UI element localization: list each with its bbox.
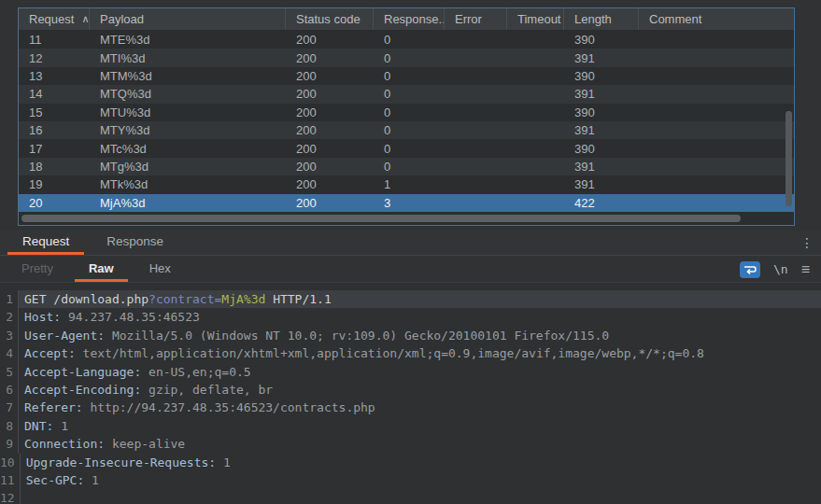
code-segment: Sec-GPC: bbox=[26, 473, 85, 487]
column-header-response[interactable]: Response... bbox=[374, 8, 445, 30]
editor-line-7[interactable]: 7Referer: http://94.237.48.35:46523/cont… bbox=[0, 399, 821, 416]
editor-toolbar-icons: \n ≡ bbox=[740, 257, 821, 282]
editor-line-1[interactable]: 1GET /download.php?contract=MjA%3d HTTP/… bbox=[0, 290, 821, 308]
code-segment: Accept-Language: bbox=[24, 365, 141, 379]
cell-status: 200 bbox=[286, 69, 374, 83]
wrap-glyph bbox=[743, 264, 757, 275]
editor-line-9[interactable]: 9Connection: keep-alive bbox=[0, 435, 821, 453]
editor-line-5[interactable]: 5Accept-Language: en-US,en;q=0.5 bbox=[0, 363, 821, 381]
cell-payload: MTI%3d bbox=[90, 51, 286, 65]
result-row-14[interactable]: 14MTQ%3d2000391 bbox=[19, 85, 794, 103]
cell-response: 0 bbox=[374, 160, 445, 174]
result-row-20[interactable]: 20MjA%3d2003422 bbox=[19, 194, 794, 212]
column-header-status[interactable]: Status code bbox=[286, 8, 374, 30]
cell-status: 200 bbox=[286, 105, 374, 119]
show-newlines-icon[interactable]: \n bbox=[773, 262, 788, 276]
line-content: User-Agent: Mozilla/5.0 (Windows NT 10.0… bbox=[19, 327, 821, 344]
editor-line-6[interactable]: 6Accept-Encoding: gzip, deflate, br bbox=[0, 381, 821, 399]
result-row-16[interactable]: 16MTY%3d2000391 bbox=[19, 121, 794, 139]
line-number: 11 bbox=[0, 471, 21, 489]
editor-line-11[interactable]: 11Sec-GPC: 1 bbox=[0, 471, 821, 489]
intruder-results-table: Request∧PayloadStatus codeResponse...Err… bbox=[18, 7, 795, 226]
code-segment: keep-alive bbox=[105, 437, 185, 451]
code-segment: ?contract= bbox=[149, 292, 221, 306]
results-horizontal-scrollbar[interactable] bbox=[20, 213, 793, 224]
tab-request[interactable]: Request bbox=[7, 231, 84, 255]
column-header-label: Payload bbox=[100, 12, 144, 26]
code-segment: User-Agent: bbox=[24, 329, 105, 343]
result-row-17[interactable]: 17MTc%3d2000390 bbox=[19, 139, 794, 157]
code-segment: HTTP/1.1 bbox=[265, 292, 331, 306]
cell-payload: MTY%3d bbox=[90, 123, 286, 137]
result-row-19[interactable]: 19MTk%3d2001391 bbox=[19, 175, 794, 193]
tab-pretty[interactable]: Pretty bbox=[7, 257, 67, 282]
column-header-comment[interactable]: Comment bbox=[639, 8, 794, 30]
tab-response[interactable]: Response bbox=[92, 231, 178, 255]
editor-line-12[interactable]: 12 bbox=[0, 489, 821, 504]
column-header-label: Comment bbox=[649, 12, 701, 26]
editor-menu-icon[interactable]: ≡ bbox=[801, 261, 810, 278]
column-header-label: Length bbox=[574, 12, 612, 26]
editor-line-2[interactable]: 2Host: 94.237.48.35:46523 bbox=[0, 308, 821, 326]
cell-status: 200 bbox=[286, 196, 374, 210]
code-segment: Upgrade-Insecure-Requests: bbox=[26, 455, 217, 469]
code-segment: en-US,en;q=0.5 bbox=[141, 365, 250, 379]
column-header-error[interactable]: Error bbox=[445, 8, 507, 30]
cell-request: 19 bbox=[19, 177, 90, 191]
editor-tab-bar: Pretty Raw Hex \n ≡ bbox=[0, 257, 821, 283]
result-row-18[interactable]: 18MTg%3d2000391 bbox=[19, 158, 794, 175]
cell-request: 12 bbox=[19, 51, 90, 65]
code-segment: Referer: bbox=[24, 400, 83, 414]
tab-raw[interactable]: Raw bbox=[75, 257, 128, 282]
cell-response: 0 bbox=[374, 69, 445, 83]
results-table-header: Request∧PayloadStatus codeResponse...Err… bbox=[19, 8, 794, 31]
cell-payload: MTU%3d bbox=[90, 105, 286, 119]
result-row-11[interactable]: 11MTE%3d2000390 bbox=[19, 31, 794, 49]
cell-length: 390 bbox=[564, 142, 639, 156]
line-content: GET /download.php?contract=MjA%3d HTTP/1… bbox=[19, 290, 821, 308]
code-segment: Mozilla/5.0 (Windows NT 10.0; rv:109.0) … bbox=[105, 329, 609, 343]
result-row-15[interactable]: 15MTU%3d2000390 bbox=[19, 104, 794, 121]
code-segment: gzip, deflate, br bbox=[141, 383, 273, 397]
line-content: DNT: 1 bbox=[19, 417, 821, 435]
cell-payload: MTM%3d bbox=[90, 69, 286, 83]
cell-length: 391 bbox=[564, 177, 639, 191]
result-row-12[interactable]: 12MTI%3d2000391 bbox=[19, 49, 794, 66]
column-header-timeout[interactable]: Timeout bbox=[507, 8, 564, 30]
editor-line-4[interactable]: 4Accept: text/html,application/xhtml+xml… bbox=[0, 344, 821, 362]
line-number: 5 bbox=[0, 363, 19, 381]
tab-raw-label: Raw bbox=[89, 261, 114, 275]
line-number: 3 bbox=[0, 327, 19, 344]
kebab-menu-icon[interactable]: ⋮ bbox=[793, 231, 821, 255]
request-editor[interactable]: 1GET /download.php?contract=MjA%3d HTTP/… bbox=[0, 283, 821, 504]
column-header-label: Error bbox=[455, 12, 482, 26]
column-header-label: Request bbox=[29, 12, 74, 26]
cell-response: 1 bbox=[374, 177, 445, 191]
results-vertical-scrollbar[interactable] bbox=[785, 32, 793, 212]
line-number: 8 bbox=[0, 417, 19, 435]
cell-response: 0 bbox=[374, 123, 445, 137]
code-segment: Accept-Encoding: bbox=[24, 383, 141, 397]
column-header-length[interactable]: Length bbox=[564, 8, 639, 30]
editor-line-10[interactable]: 10Upgrade-Insecure-Requests: 1 bbox=[0, 454, 821, 471]
editor-line-3[interactable]: 3User-Agent: Mozilla/5.0 (Windows NT 10.… bbox=[0, 327, 821, 344]
cell-length: 391 bbox=[564, 123, 639, 137]
cell-length: 422 bbox=[564, 196, 639, 210]
code-segment: Host: bbox=[24, 310, 61, 324]
wrap-toggle-icon[interactable] bbox=[740, 261, 760, 278]
intruder-attack-window: Request∧PayloadStatus codeResponse...Err… bbox=[0, 0, 821, 504]
horizontal-scrollbar-thumb[interactable] bbox=[21, 215, 741, 222]
column-header-request[interactable]: Request∧ bbox=[19, 8, 90, 30]
cell-response: 0 bbox=[374, 142, 445, 156]
result-row-13[interactable]: 13MTM%3d2000390 bbox=[19, 67, 794, 85]
cell-response: 0 bbox=[374, 33, 445, 47]
line-number: 2 bbox=[0, 308, 19, 326]
line-number: 7 bbox=[0, 399, 19, 416]
editor-line-8[interactable]: 8DNT: 1 bbox=[0, 417, 821, 435]
column-header-label: Timeout bbox=[517, 12, 560, 26]
cell-length: 390 bbox=[564, 33, 639, 47]
column-header-payload[interactable]: Payload bbox=[90, 8, 286, 30]
tab-hex[interactable]: Hex bbox=[135, 257, 185, 282]
vertical-scrollbar-thumb[interactable] bbox=[786, 111, 792, 206]
cell-length: 391 bbox=[564, 87, 639, 101]
